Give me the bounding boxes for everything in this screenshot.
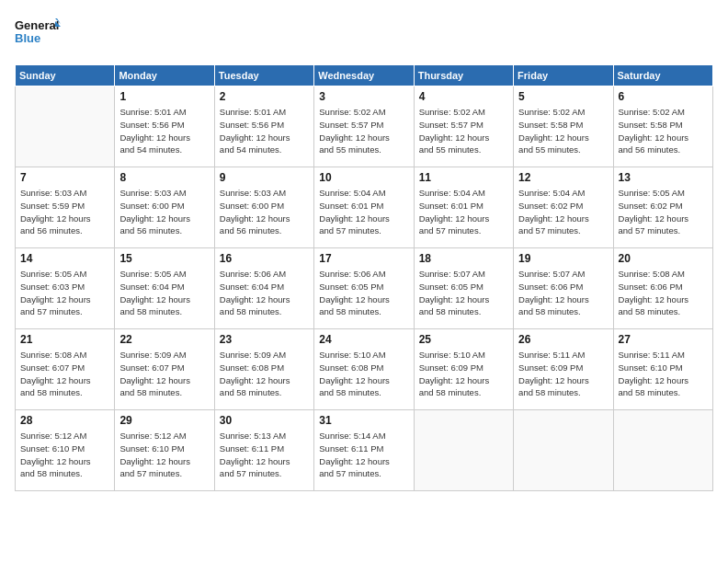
calendar-cell: 30 Sunrise: 5:13 AM Sunset: 6:11 PM Dayl… [214,410,313,491]
svg-text:General: General [15,18,59,32]
calendar-cell: 7 Sunrise: 5:03 AM Sunset: 5:59 PM Dayli… [16,167,115,248]
day-info: Sunrise: 5:02 AM Sunset: 5:57 PM Dayligh… [419,107,490,155]
weekday-header-tuesday: Tuesday [214,65,313,86]
day-info: Sunrise: 5:14 AM Sunset: 6:11 PM Dayligh… [319,431,390,478]
day-info: Sunrise: 5:03 AM Sunset: 6:00 PM Dayligh… [220,188,290,236]
weekday-header-thursday: Thursday [414,65,513,86]
day-info: Sunrise: 5:02 AM Sunset: 5:57 PM Dayligh… [319,107,390,155]
day-info: Sunrise: 5:02 AM Sunset: 5:58 PM Dayligh… [518,107,589,155]
calendar-cell: 25 Sunrise: 5:10 AM Sunset: 6:09 PM Dayl… [414,329,513,410]
calendar-cell: 2 Sunrise: 5:01 AM Sunset: 5:56 PM Dayli… [214,86,313,167]
day-number: 6 [619,90,708,103]
calendar-cell: 24 Sunrise: 5:10 AM Sunset: 6:08 PM Dayl… [314,329,414,410]
day-number: 24 [319,333,408,346]
day-info: Sunrise: 5:10 AM Sunset: 6:08 PM Dayligh… [319,350,390,397]
calendar-cell [414,410,513,491]
day-info: Sunrise: 5:02 AM Sunset: 5:58 PM Dayligh… [619,107,689,155]
calendar-cell: 27 Sunrise: 5:11 AM Sunset: 6:10 PM Dayl… [613,329,712,410]
day-number: 21 [20,333,109,346]
day-number: 11 [419,171,508,184]
calendar-cell: 16 Sunrise: 5:06 AM Sunset: 6:04 PM Dayl… [214,248,313,329]
day-number: 17 [319,252,408,265]
weekday-header-friday: Friday [514,65,613,86]
calendar-cell: 18 Sunrise: 5:07 AM Sunset: 6:05 PM Dayl… [414,248,513,329]
week-row-4: 21 Sunrise: 5:08 AM Sunset: 6:07 PM Dayl… [16,329,713,410]
calendar-cell: 15 Sunrise: 5:05 AM Sunset: 6:04 PM Dayl… [115,248,214,329]
day-number: 30 [220,414,309,427]
calendar-cell [514,410,613,491]
day-info: Sunrise: 5:04 AM Sunset: 6:01 PM Dayligh… [419,188,490,236]
day-info: Sunrise: 5:12 AM Sunset: 6:10 PM Dayligh… [119,431,190,478]
day-number: 12 [518,171,608,184]
svg-text:Blue: Blue [15,31,40,45]
calendar-cell: 26 Sunrise: 5:11 AM Sunset: 6:09 PM Dayl… [514,329,613,410]
calendar-cell [613,410,712,491]
calendar-cell: 8 Sunrise: 5:03 AM Sunset: 6:00 PM Dayli… [115,167,214,248]
day-info: Sunrise: 5:05 AM Sunset: 6:03 PM Dayligh… [20,269,91,316]
header: General Blue [15,15,713,53]
calendar-cell: 9 Sunrise: 5:03 AM Sunset: 6:00 PM Dayli… [214,167,313,248]
day-info: Sunrise: 5:07 AM Sunset: 6:06 PM Dayligh… [518,269,589,316]
day-number: 4 [419,90,508,103]
day-number: 2 [220,90,309,103]
calendar-cell: 17 Sunrise: 5:06 AM Sunset: 6:05 PM Dayl… [314,248,414,329]
calendar-cell: 14 Sunrise: 5:05 AM Sunset: 6:03 PM Dayl… [16,248,115,329]
day-info: Sunrise: 5:12 AM Sunset: 6:10 PM Dayligh… [20,431,91,478]
calendar-cell: 29 Sunrise: 5:12 AM Sunset: 6:10 PM Dayl… [115,410,214,491]
day-info: Sunrise: 5:01 AM Sunset: 5:56 PM Dayligh… [220,107,290,155]
calendar-cell: 11 Sunrise: 5:04 AM Sunset: 6:01 PM Dayl… [414,167,513,248]
day-number: 5 [518,90,608,103]
day-number: 3 [319,90,408,103]
day-number: 28 [20,414,109,427]
weekday-header-row: SundayMondayTuesdayWednesdayThursdayFrid… [16,65,713,86]
day-info: Sunrise: 5:10 AM Sunset: 6:09 PM Dayligh… [419,350,490,397]
day-number: 23 [220,333,309,346]
day-number: 29 [119,414,209,427]
calendar-cell: 22 Sunrise: 5:09 AM Sunset: 6:07 PM Dayl… [115,329,214,410]
week-row-1: 1 Sunrise: 5:01 AM Sunset: 5:56 PM Dayli… [16,86,713,167]
calendar-table: SundayMondayTuesdayWednesdayThursdayFrid… [15,64,713,491]
weekday-header-monday: Monday [115,65,214,86]
day-info: Sunrise: 5:05 AM Sunset: 6:04 PM Dayligh… [119,269,190,316]
day-info: Sunrise: 5:08 AM Sunset: 6:06 PM Dayligh… [619,269,689,316]
day-info: Sunrise: 5:13 AM Sunset: 6:11 PM Dayligh… [220,431,290,478]
calendar-cell: 20 Sunrise: 5:08 AM Sunset: 6:06 PM Dayl… [613,248,712,329]
day-info: Sunrise: 5:03 AM Sunset: 5:59 PM Dayligh… [20,188,91,236]
day-info: Sunrise: 5:07 AM Sunset: 6:05 PM Dayligh… [419,269,490,316]
calendar-cell: 28 Sunrise: 5:12 AM Sunset: 6:10 PM Dayl… [16,410,115,491]
day-number: 25 [419,333,508,346]
calendar-cell: 4 Sunrise: 5:02 AM Sunset: 5:57 PM Dayli… [414,86,513,167]
calendar-cell: 19 Sunrise: 5:07 AM Sunset: 6:06 PM Dayl… [514,248,613,329]
day-number: 22 [119,333,209,346]
calendar-cell: 21 Sunrise: 5:08 AM Sunset: 6:07 PM Dayl… [16,329,115,410]
day-number: 14 [20,252,109,265]
week-row-2: 7 Sunrise: 5:03 AM Sunset: 5:59 PM Dayli… [16,167,713,248]
day-info: Sunrise: 5:09 AM Sunset: 6:07 PM Dayligh… [119,350,190,397]
week-row-5: 28 Sunrise: 5:12 AM Sunset: 6:10 PM Dayl… [16,410,713,491]
weekday-header-saturday: Saturday [613,65,712,86]
logo-svg: General Blue [15,15,61,53]
day-number: 16 [220,252,309,265]
day-number: 19 [518,252,608,265]
day-number: 15 [119,252,209,265]
day-info: Sunrise: 5:05 AM Sunset: 6:02 PM Dayligh… [619,188,689,236]
calendar-cell: 3 Sunrise: 5:02 AM Sunset: 5:57 PM Dayli… [314,86,414,167]
day-info: Sunrise: 5:06 AM Sunset: 6:04 PM Dayligh… [220,269,290,316]
calendar-cell [16,86,115,167]
day-number: 18 [419,252,508,265]
calendar-cell: 31 Sunrise: 5:14 AM Sunset: 6:11 PM Dayl… [314,410,414,491]
calendar-cell: 10 Sunrise: 5:04 AM Sunset: 6:01 PM Dayl… [314,167,414,248]
day-number: 8 [119,171,209,184]
week-row-3: 14 Sunrise: 5:05 AM Sunset: 6:03 PM Dayl… [16,248,713,329]
logo: General Blue [15,15,61,53]
day-number: 13 [619,171,708,184]
day-info: Sunrise: 5:04 AM Sunset: 6:01 PM Dayligh… [319,188,390,236]
day-number: 9 [220,171,309,184]
calendar-cell: 5 Sunrise: 5:02 AM Sunset: 5:58 PM Dayli… [514,86,613,167]
weekday-header-sunday: Sunday [16,65,115,86]
day-number: 20 [619,252,708,265]
day-info: Sunrise: 5:03 AM Sunset: 6:00 PM Dayligh… [119,188,190,236]
day-number: 26 [518,333,608,346]
day-info: Sunrise: 5:09 AM Sunset: 6:08 PM Dayligh… [220,350,290,397]
day-info: Sunrise: 5:11 AM Sunset: 6:10 PM Dayligh… [619,350,689,397]
